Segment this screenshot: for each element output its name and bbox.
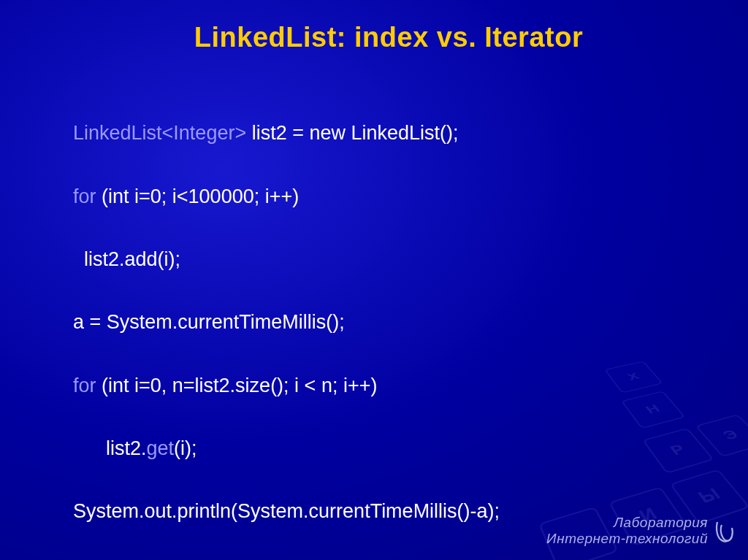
- slide-title: LinkedList: index vs. Iterator: [73, 22, 704, 53]
- code-text: (i);: [174, 437, 196, 459]
- code-block: LinkedList<Integer> list2 = new LinkedLi…: [73, 86, 704, 560]
- code-line: a = System.currentTimeMillis();: [73, 307, 704, 338]
- code-line: for (int i=0; i<100000; i++): [73, 181, 704, 212]
- code-text: a = System.currentTimeMillis();: [73, 311, 345, 333]
- footer-text-1: Лаборатория: [546, 515, 708, 531]
- code-text: System.out.println(System.currentTimeMil…: [73, 500, 500, 522]
- code-text: (int i=0, n=list2.size(); i < n; i++): [96, 375, 378, 396]
- code-line: list2.get(i);: [73, 433, 704, 464]
- slide-container: LinkedList: index vs. Iterator LinkedLis…: [0, 0, 748, 560]
- code-keyword: for: [73, 375, 96, 396]
- footer-text-2: Интернет-технологий: [546, 531, 708, 547]
- code-text: list2.add(i);: [73, 248, 180, 270]
- code-type: LinkedList<Integer>: [73, 122, 246, 144]
- code-keyword: for: [73, 185, 96, 207]
- logo-icon: [711, 518, 738, 547]
- code-method: get: [147, 437, 175, 459]
- footer-branding: Лаборатория Интернет-технологий: [546, 515, 708, 547]
- code-text: list2.: [73, 437, 147, 459]
- code-line: list2.add(i);: [73, 244, 704, 275]
- code-line: LinkedList<Integer> list2 = new LinkedLi…: [73, 118, 704, 149]
- code-text: list2 = new LinkedList();: [246, 122, 458, 144]
- code-line: for (int i=0, n=list2.size(); i < n; i++…: [73, 370, 704, 402]
- code-text: (int i=0; i<100000; i++): [96, 185, 299, 207]
